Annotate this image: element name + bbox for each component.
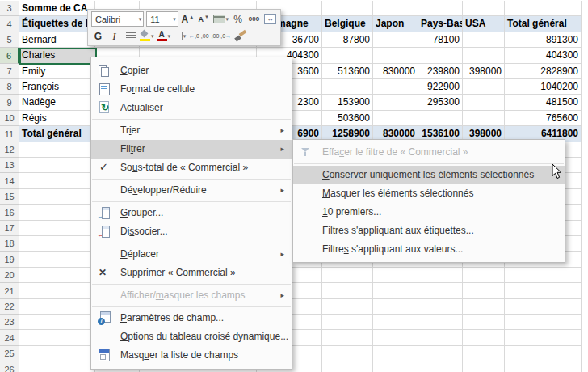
cell[interactable] [373, 346, 418, 361]
percent-style-button[interactable]: % [231, 12, 245, 27]
row-header-10[interactable]: 10 [0, 111, 19, 126]
menu-item-developper-reduire[interactable]: Développer/Réduire▸ [91, 181, 292, 200]
cell[interactable]: 398000 [463, 64, 505, 79]
cell[interactable] [505, 330, 582, 346]
cell[interactable] [463, 32, 505, 48]
cell[interactable]: 295300 [418, 95, 463, 111]
cell[interactable] [463, 346, 505, 361]
cell[interactable] [463, 1, 505, 16]
row-header-13[interactable]: 13 [0, 158, 19, 173]
cell[interactable] [418, 346, 463, 361]
cell[interactable] [373, 268, 418, 283]
cell[interactable] [373, 79, 418, 95]
cell[interactable] [505, 299, 582, 315]
cell[interactable] [373, 299, 418, 315]
cell[interactable] [463, 315, 505, 330]
cell[interactable] [418, 330, 463, 346]
italic-button[interactable]: I [107, 29, 121, 44]
cell[interactable] [322, 48, 373, 64]
cell[interactable] [418, 299, 463, 315]
cell[interactable] [19, 252, 95, 268]
cell[interactable] [19, 173, 95, 189]
cell[interactable] [505, 283, 582, 299]
cell[interactable] [418, 268, 463, 283]
cell[interactable] [463, 299, 505, 315]
cell[interactable] [19, 346, 95, 361]
cell[interactable] [505, 268, 582, 283]
cell[interactable] [463, 283, 505, 299]
cell[interactable] [418, 315, 463, 330]
cell[interactable] [418, 1, 463, 16]
row-header-3[interactable]: 3 [0, 1, 19, 16]
cell[interactable] [322, 346, 373, 361]
cell[interactable] [322, 1, 373, 16]
cell[interactable] [322, 283, 373, 299]
cell[interactable] [463, 111, 505, 126]
row-header-18[interactable]: 18 [0, 236, 19, 252]
row-header-19[interactable]: 19 [0, 252, 19, 268]
cell[interactable] [19, 189, 95, 205]
cell[interactable]: Total général [19, 126, 95, 142]
cell[interactable]: 239800 [418, 64, 463, 79]
cell[interactable]: 481500 [505, 95, 582, 111]
cell[interactable]: Étiquettes de lignes [19, 16, 95, 32]
row-header-20[interactable]: 20 [0, 268, 19, 283]
cell[interactable] [505, 346, 582, 361]
cell[interactable]: 830000 [373, 64, 418, 79]
cell[interactable]: 891300 [505, 32, 582, 48]
fill-color-button[interactable]: ▾ [140, 29, 154, 44]
cell[interactable]: Pays-Bas [418, 16, 463, 32]
cell[interactable] [19, 299, 95, 315]
cell[interactable]: Japon [373, 16, 418, 32]
cell[interactable]: USA [463, 16, 505, 32]
cell[interactable] [322, 299, 373, 315]
cell[interactable]: Total général [505, 16, 582, 32]
menu-item-trier[interactable]: Trier▸ [91, 121, 292, 140]
menu-item-dissocier[interactable]: Dissocier... [91, 222, 292, 241]
cell[interactable] [463, 361, 505, 372]
cell[interactable] [322, 330, 373, 346]
font-color-button[interactable]: A▾ [157, 29, 171, 44]
cell[interactable] [373, 32, 418, 48]
row-header-6[interactable]: 6 [0, 48, 19, 64]
cell[interactable] [322, 361, 373, 372]
cell[interactable] [19, 236, 95, 252]
cell[interactable]: Somme de CA [19, 1, 95, 16]
cell[interactable] [373, 1, 418, 16]
increase-decimal-button[interactable]: ←,0 ,00 [189, 29, 209, 44]
cell[interactable]: 513600 [322, 64, 373, 79]
menu-item-masquer-liste-champs[interactable]: Masquer la liste de champs [91, 346, 292, 365]
menu-item-supprimer[interactable]: Supprimer « Commercial » [91, 264, 292, 282]
row-header-24[interactable]: 24 [0, 330, 19, 346]
comma-style-button[interactable]: 000 [247, 12, 261, 27]
row-header-14[interactable]: 14 [0, 173, 19, 189]
cell[interactable] [505, 1, 582, 16]
cell[interactable] [373, 361, 418, 372]
cell[interactable] [505, 315, 582, 330]
cell[interactable] [418, 361, 463, 372]
row-header-4[interactable]: 4 [0, 16, 19, 32]
menu-item-parametres-de-champ[interactable]: Paramètres de champ... [91, 309, 292, 328]
submenu-item-filtres-valeurs[interactable]: Filtres s'appliquant aux valeurs... [293, 240, 565, 259]
cell[interactable] [322, 79, 373, 95]
cell[interactable] [418, 48, 463, 64]
cell[interactable] [19, 315, 95, 330]
cell[interactable]: 78100 [418, 32, 463, 48]
cell[interactable]: Belgique [322, 16, 373, 32]
row-header-25[interactable]: 25 [0, 346, 19, 361]
cell[interactable] [463, 79, 505, 95]
cell[interactable] [19, 158, 95, 173]
row-header-21[interactable]: 21 [0, 283, 19, 299]
cell[interactable]: Emily [19, 64, 95, 79]
row-header-23[interactable]: 23 [0, 315, 19, 330]
cell[interactable]: 765600 [505, 111, 582, 126]
menu-item-grouper[interactable]: Grouper... [91, 204, 292, 222]
align-button[interactable] [124, 29, 137, 44]
submenu-item-filtres-etiquettes[interactable]: Filtres s'appliquant aux étiquettes... [293, 222, 565, 240]
cell[interactable] [418, 111, 463, 126]
row-header-9[interactable]: 9 [0, 95, 19, 111]
row-header-12[interactable]: 12 [0, 142, 19, 158]
cell[interactable] [418, 283, 463, 299]
row-header-7[interactable]: 7 [0, 64, 19, 79]
submenu-item-10-premiers[interactable]: 10 premiers... [293, 203, 565, 222]
